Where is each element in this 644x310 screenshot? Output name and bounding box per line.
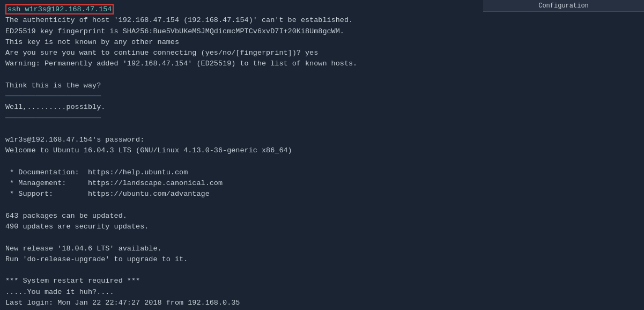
- terminal-line: The authenticity of host '192.168.47.154…: [5, 15, 639, 26]
- divider-line: ──────────────────────: [5, 113, 639, 124]
- terminal-line: Run 'do-release-upgrade' to upgrade to i…: [5, 254, 639, 265]
- ssh-command: ssh w1r3s@192.168.47.154: [5, 4, 114, 14]
- top-bar: Configuration: [483, 0, 644, 12]
- terminal[interactable]: Configuration ssh w1r3s@192.168.47.154 T…: [0, 0, 644, 310]
- terminal-line: .....You made it huh?....: [5, 287, 639, 298]
- terminal-line: *** System restart required ***: [5, 276, 639, 286]
- empty-line: [5, 157, 639, 167]
- terminal-line: ED25519 key fingerprint is SHA256:Bue5Vb…: [5, 26, 639, 37]
- empty-line: [5, 200, 639, 211]
- terminal-line: * Documentation: https://help.ubuntu.com: [5, 167, 639, 178]
- empty-line: [5, 232, 639, 243]
- empty-line: [5, 70, 639, 80]
- empty-line: [5, 265, 639, 276]
- terminal-line: * Management: https://landscape.canonica…: [5, 178, 639, 189]
- terminal-line: Think this is the way?: [5, 80, 639, 91]
- terminal-line: Are you sure you want to continue connec…: [5, 48, 639, 58]
- top-bar-label: Configuration: [538, 1, 589, 11]
- terminal-line: 643 packages can be updated.: [5, 211, 639, 222]
- terminal-line: 490 updates are security updates.: [5, 222, 639, 232]
- terminal-line: Welcome to Ubuntu 16.04.3 LTS (GNU/Linux…: [5, 145, 639, 156]
- terminal-line: w1r3s@192.168.47.154's password:: [5, 135, 639, 145]
- terminal-line: * Support: https://ubuntu.com/advantage: [5, 189, 639, 200]
- terminal-line: New release '18.04.6 LTS' available.: [5, 243, 639, 254]
- empty-line: [5, 124, 639, 135]
- divider-line: ──────────────────────: [5, 91, 639, 102]
- terminal-line: Warning: Permanently added '192.168.47.1…: [5, 58, 639, 69]
- terminal-line: This key is not known by any other names: [5, 37, 639, 48]
- terminal-line: Last login: Mon Jan 22 22:47:27 2018 fro…: [5, 298, 639, 308]
- terminal-line: Well,.........possibly.: [5, 102, 639, 113]
